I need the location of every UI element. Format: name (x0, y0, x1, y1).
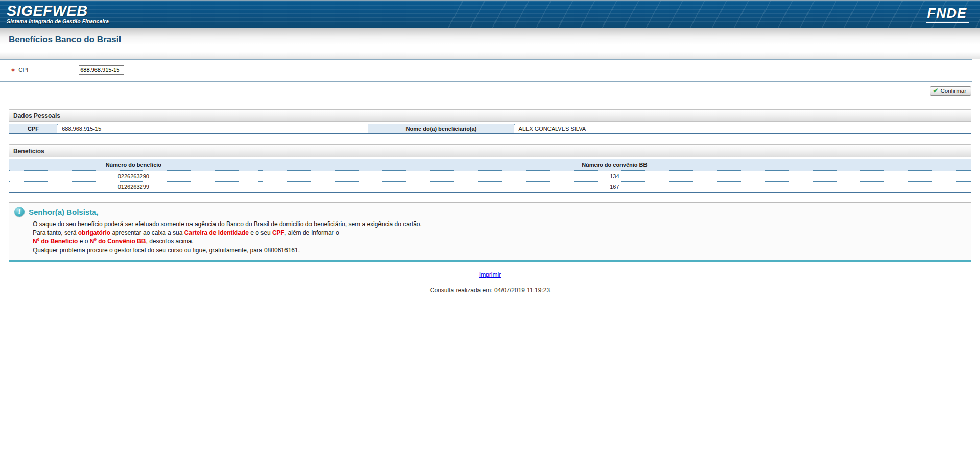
notice-text: e o seu (249, 229, 272, 236)
button-row: ✔ Confirmar (0, 82, 980, 101)
app-subtitle: Sistema Integrado de Gestão Financeira (7, 18, 109, 24)
notice-line: Nº do Benefício e o Nº do Convênio BB, d… (33, 237, 966, 246)
fnde-logo: FNDE (926, 6, 969, 23)
table-row: 0226263290 134 (9, 171, 971, 181)
cpf-label: CPF (18, 67, 79, 73)
cpf-cell-label: CPF (9, 124, 57, 133)
notice-text-highlight: Nº do Benefício (33, 238, 78, 245)
notice-text: , descritos acima. (146, 238, 193, 245)
notice-text-highlight: Carteira de Identidade (184, 229, 249, 236)
benefit-number-cell: 0226263290 (9, 171, 258, 181)
info-icon: i (14, 207, 25, 217)
cpf-form-row: ∗ CPF (0, 60, 980, 81)
benefits-table-header-row: Número do benefício Número do convênio B… (9, 159, 971, 171)
page-title: Benefícios Banco do Brasil (9, 35, 980, 45)
notice-line: O saque do seu benefício poderá ser efet… (33, 220, 966, 229)
scholarship-notice-box: i Senhor(a) Bolsista, O saque do seu ben… (9, 202, 971, 262)
notice-line: Para tanto, será obrigatório apresentar … (33, 229, 966, 237)
beneficiary-name-label: Nome do(a) beneficíario(a) (368, 124, 514, 133)
notice-text: e o (78, 238, 89, 245)
personal-data-panel: Dados Pessoais CPF 688.968.915-15 Nome d… (9, 109, 971, 134)
app-banner: SIGEFWEB Sistema Integrado de Gestão Fin… (0, 0, 980, 28)
notice-body: O saque do seu benefício poderá ser efet… (33, 220, 966, 255)
personal-data-header: Dados Pessoais (9, 109, 971, 122)
notice-text: , além de informar o (284, 229, 339, 236)
query-timestamp: Consulta realizada em: 04/07/2019 11:19:… (9, 287, 971, 294)
confirm-button-label: Confirmar (941, 88, 966, 94)
column-header-agreement-number: Número do convênio BB (258, 159, 971, 171)
confirm-button[interactable]: ✔ Confirmar (930, 86, 971, 96)
notice-text-highlight: obrigatório (78, 229, 110, 236)
notice-text-highlight: Nº do Convênio BB (90, 238, 146, 245)
column-header-benefit-number: Número do benefício (9, 159, 258, 171)
sigefweb-logo: SIGEFWEB Sistema Integrado de Gestão Fin… (7, 3, 109, 24)
required-marker: ∗ (11, 67, 15, 73)
print-link[interactable]: Imprimir (479, 271, 501, 278)
benefits-panel: Benefícios Número do benefício Número do… (9, 144, 971, 193)
agreement-number-cell: 134 (258, 171, 971, 181)
notice-line: Qualquer problema procure o gestor local… (33, 246, 966, 255)
notice-text: Para tanto, será (33, 229, 78, 236)
cpf-input[interactable] (79, 65, 124, 75)
table-row: 0126263299 167 (9, 181, 971, 192)
notice-text: apresentar ao caixa a sua (110, 229, 184, 236)
notice-text-highlight: CPF (272, 229, 284, 236)
notice-title: Senhor(a) Bolsista, (29, 208, 99, 216)
app-name: SIGEFWEB (7, 3, 109, 18)
personal-data-row: CPF 688.968.915-15 Nome do(a) beneficíar… (9, 124, 971, 134)
benefit-number-cell: 0126263299 (9, 181, 258, 192)
benefits-header: Benefícios (9, 144, 971, 157)
agreement-number-cell: 167 (258, 181, 971, 192)
check-icon: ✔ (933, 88, 939, 93)
cpf-cell-value: 688.968.915-15 (57, 124, 368, 133)
title-band: Benefícios Banco do Brasil (0, 28, 980, 59)
benefits-table: Número do benefício Número do convênio B… (9, 159, 971, 193)
notice-head: i Senhor(a) Bolsista, (14, 207, 966, 217)
print-row: Imprimir (9, 269, 971, 279)
beneficiary-name-value: ALEX GONCALVES SILVA (514, 124, 971, 133)
